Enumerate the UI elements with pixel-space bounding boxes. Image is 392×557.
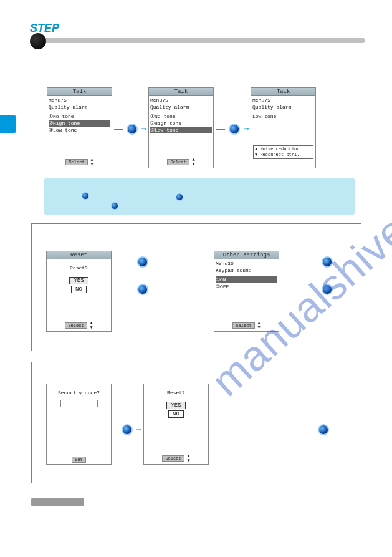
phone-talk-3: Talk Menu75 Quality alarm Low tone ▲ Noi…	[251, 87, 316, 168]
dial-icon	[322, 284, 333, 295]
dial-icon	[82, 192, 89, 200]
yes-button[interactable]: YES	[69, 277, 88, 284]
list-item[interactable]: ②OFF	[216, 283, 277, 290]
step-dot-icon	[30, 33, 46, 49]
yes-button[interactable]: YES	[166, 402, 185, 409]
menu-code: Menu30	[216, 260, 277, 267]
hint-line: ▲ Noise reduction	[255, 147, 312, 152]
dial-icon	[322, 256, 333, 268]
dial-icon	[127, 124, 138, 135]
list-item[interactable]: ②High tone	[49, 120, 110, 127]
prompt-text: Reset?	[145, 389, 207, 396]
list-item[interactable]: ①No tone	[150, 113, 212, 120]
no-button[interactable]: NO	[71, 286, 87, 293]
dial-icon	[122, 424, 133, 435]
phone-reset-2: Reset? YES NO Select ▲▼	[143, 384, 209, 465]
softkey-select[interactable]: Select	[167, 159, 189, 165]
dial-icon	[176, 193, 183, 201]
step-bar	[41, 38, 365, 43]
menu-code: Menu75	[252, 97, 314, 104]
prompt-text: Reset?	[48, 264, 110, 271]
hint-box: ▲ Noise reduction ▼ Reconnect ctrl.	[253, 145, 313, 159]
softkey-select[interactable]: Select	[65, 322, 87, 329]
phone-title: Other settings	[214, 251, 279, 259]
section-bar	[31, 498, 84, 506]
phone-talk-2: Talk Menu75 Quality alarm ①No tone ②High…	[148, 87, 214, 168]
phone-talk-1: Talk Menu75 Quality alarm ①No tone ②High…	[47, 87, 112, 168]
menu-subtitle: Quality alarm	[252, 104, 314, 110]
list-item[interactable]: ③Low tone	[150, 127, 212, 133]
list-item[interactable]: ①ON	[216, 276, 277, 283]
menu-code: Menu75	[49, 97, 110, 104]
updown-icon: ▲▼	[187, 454, 189, 463]
phone-reset: Reset Reset? YES NO Select ▲▼	[46, 251, 112, 332]
status-text: Low tone	[252, 113, 314, 120]
softkey-set[interactable]: Set	[72, 457, 86, 463]
code-input[interactable]	[60, 400, 98, 407]
arrow-right-icon: →	[135, 424, 143, 434]
dial-icon	[137, 284, 148, 295]
arrow-right-icon: —	[216, 124, 225, 133]
phone-other-settings: Other settings Menu30 Keypad sound ①ON ②…	[214, 251, 279, 332]
phone-title: Reset	[47, 251, 111, 259]
arrow-right-icon: —	[114, 124, 123, 133]
menu-subtitle: Keypad sound	[216, 267, 277, 274]
prompt-text: Security code?	[48, 389, 110, 396]
phone-title: Talk	[251, 88, 315, 96]
phone-security: Security code? Set	[46, 384, 112, 465]
list-item[interactable]: ①No tone	[49, 113, 110, 120]
arrow-right-icon: →	[242, 124, 251, 133]
softkey-select[interactable]: Select	[65, 159, 87, 165]
updown-icon: ▲▼	[90, 158, 93, 167]
dial-icon	[229, 124, 240, 135]
hint-line: ▼ Reconnect ctrl.	[255, 152, 312, 158]
updown-icon: ▲▼	[90, 321, 92, 330]
updown-icon: ▲▼	[192, 158, 194, 167]
phone-title: Talk	[47, 88, 112, 96]
list-item[interactable]: ③Low tone	[49, 127, 110, 133]
updown-icon: ▲▼	[257, 321, 260, 330]
menu-subtitle: Quality alarm	[49, 104, 110, 110]
step-label: STEP	[30, 22, 59, 35]
menu-code: Menu75	[150, 97, 212, 104]
dial-icon	[318, 424, 329, 435]
dial-icon	[111, 202, 118, 210]
callout-panel	[44, 178, 355, 215]
softkey-select[interactable]: Select	[232, 322, 254, 329]
list-item[interactable]: ②High tone	[150, 120, 212, 127]
no-button[interactable]: NO	[168, 410, 184, 418]
softkey-select[interactable]: Select	[162, 455, 184, 462]
menu-subtitle: Quality alarm	[150, 104, 212, 110]
page-tab	[0, 115, 16, 133]
dial-icon	[137, 256, 148, 268]
arrow-right-icon: →	[140, 124, 148, 133]
phone-title: Talk	[149, 88, 213, 96]
step-header: STEP	[30, 22, 366, 36]
